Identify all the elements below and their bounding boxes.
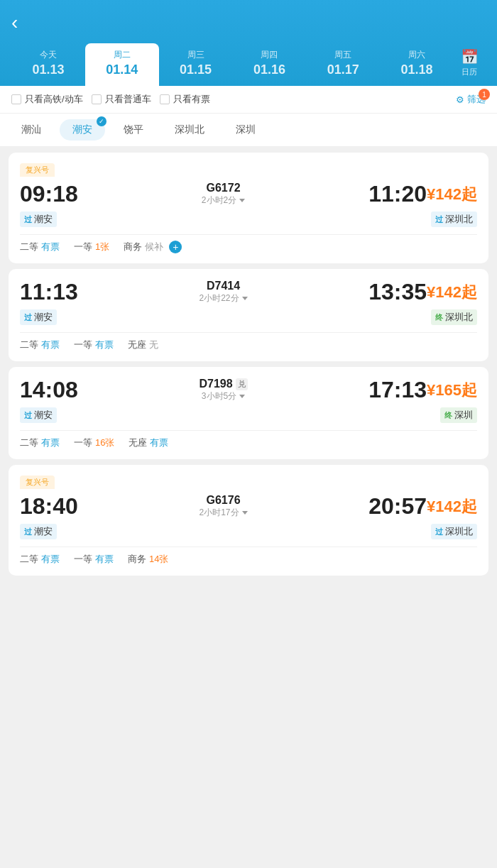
train-card-D7198[interactable]: 14:08 D7198 兑 3小时5分 17:13 ¥165起 过 潮安 终 深…: [9, 367, 488, 459]
filter-button[interactable]: ⚙筛选1: [456, 93, 486, 106]
arrive-time: 11:20: [368, 181, 427, 207]
fuxing-badge: 复兴号: [20, 476, 55, 489]
train-main-row: 14:08 D7198 兑 3小时5分 17:13 ¥165起: [20, 377, 477, 403]
train-list: 复兴号 09:18 G6172 2小时2分 11:20 ¥142起 过 潮安 过…: [0, 147, 497, 581]
train-number: D7414: [207, 280, 240, 292]
filter-item-2[interactable]: 只看有票: [160, 93, 210, 106]
arrive-time: 13:35: [368, 279, 427, 305]
train-middle: G6172 2小时2分: [85, 182, 361, 207]
train-card-G6172[interactable]: 复兴号 09:18 G6172 2小时2分 11:20 ¥142起 过 潮安 过…: [9, 153, 488, 263]
divider: [20, 234, 477, 235]
header: ‹ 今天01.13周二01.14周三01.15周四01.16周五01.17周六0…: [0, 0, 497, 86]
train-middle: D7414 2小时22分: [85, 280, 361, 304]
divider: [20, 546, 477, 547]
depart-station-tag: 过 潮安: [20, 407, 57, 423]
seat-item-1: 一等 1张: [74, 241, 109, 253]
seat-item-1: 一等 16张: [74, 436, 114, 449]
seat-item-0: 二等 有票: [20, 339, 60, 351]
seats-row: 二等 有票 一等 有票 无座 无: [20, 339, 477, 351]
filter-icon: ⚙: [456, 94, 464, 105]
depart-station-tag: 过 潮安: [20, 309, 57, 325]
arrive-station-tag: 终 深圳: [440, 407, 477, 423]
arrive-station-tag: 过 深圳北: [431, 524, 477, 539]
seats-row: 二等 有票 一等 16张 无座 有票: [20, 436, 477, 449]
add-button[interactable]: +: [169, 241, 182, 253]
train-card-G6176[interactable]: 复兴号 18:40 G6176 2小时17分 20:57 ¥142起 过 潮安 …: [9, 465, 488, 576]
seat-item-2: 商务 候补+: [124, 241, 182, 253]
train-number: G6172: [207, 182, 241, 194]
divider: [20, 332, 477, 333]
date-tab-01.17[interactable]: 周五01.17: [306, 43, 380, 86]
filter-badge: 1: [479, 89, 490, 100]
seat-item-1: 一等 有票: [74, 339, 114, 351]
seat-item-0: 二等 有票: [20, 553, 60, 566]
train-duration: 2小时17分: [200, 507, 248, 519]
depart-station-tag: 过 潮安: [20, 524, 57, 539]
depart-station-tag: 过 潮安: [20, 211, 57, 227]
train-main-row: 18:40 G6176 2小时17分 20:57 ¥142起: [20, 493, 477, 520]
station-tabs: 潮汕潮安饶平深圳北深圳: [0, 114, 497, 147]
price-tag: ¥142起: [427, 496, 477, 517]
date-tab-01.13[interactable]: 今天01.13: [11, 43, 85, 86]
calendar-tab[interactable]: 📅日历: [454, 43, 486, 86]
chevron-down-icon: [239, 199, 245, 202]
seat-item-2: 商务 14张: [128, 553, 168, 566]
price-tag: ¥165起: [427, 380, 477, 401]
station-row: 过 潮安 终 深圳北: [20, 309, 477, 325]
divider: [20, 430, 477, 431]
chevron-down-icon: [239, 395, 245, 398]
depart-time: 11:13: [20, 279, 78, 305]
seats-row: 二等 有票 一等 有票 商务 14张: [20, 553, 477, 566]
seats-row: 二等 有票 一等 1张 商务 候补+: [20, 241, 477, 253]
arrive-station-tag: 终 深圳北: [431, 309, 477, 325]
station-tab-潮汕[interactable]: 潮汕: [9, 119, 54, 141]
price-tag: ¥142起: [427, 282, 477, 303]
date-tab-01.15[interactable]: 周三01.15: [159, 43, 233, 86]
seat-item-0: 二等 有票: [20, 436, 60, 449]
station-row: 过 潮安 终 深圳: [20, 407, 477, 423]
arrive-time: 20:57: [368, 493, 427, 520]
exchange-icon: 兑: [236, 378, 248, 390]
chevron-down-icon: [242, 511, 248, 515]
checkbox-2[interactable]: [160, 94, 170, 104]
train-main-row: 09:18 G6172 2小时2分 11:20 ¥142起: [20, 181, 477, 207]
price-tag: ¥142起: [427, 184, 477, 205]
header-top: ‹: [11, 11, 486, 43]
checkbox-0[interactable]: [11, 94, 21, 104]
fuxing-badge: 复兴号: [20, 163, 55, 177]
seat-item-2: 无座 有票: [129, 436, 168, 449]
station-tab-深圳[interactable]: 深圳: [223, 119, 268, 141]
train-number: D7198 兑: [199, 378, 247, 390]
depart-time: 14:08: [20, 377, 78, 403]
calendar-icon: 📅: [461, 48, 479, 65]
train-duration: 2小时22分: [200, 292, 248, 304]
train-number: G6176: [207, 494, 241, 507]
chevron-down-icon: [242, 297, 248, 300]
seat-item-1: 一等 有票: [74, 553, 114, 566]
filter-item-0[interactable]: 只看高铁/动车: [11, 93, 83, 106]
train-main-row: 11:13 D7414 2小时22分 13:35 ¥142起: [20, 279, 477, 305]
train-middle: D7198 兑 3小时5分: [85, 378, 361, 402]
filter-bar: 只看高铁/动车只看普通车只看有票⚙筛选1: [0, 86, 497, 114]
station-tab-深圳北[interactable]: 深圳北: [162, 119, 217, 141]
station-tab-潮安[interactable]: 潮安: [60, 119, 105, 141]
checkbox-1[interactable]: [92, 94, 102, 104]
filter-item-1[interactable]: 只看普通车: [92, 93, 151, 106]
depart-time: 09:18: [20, 181, 78, 207]
arrive-station-tag: 过 深圳北: [431, 211, 477, 227]
date-tabs: 今天01.13周二01.14周三01.15周四01.16周五01.17周六01.…: [11, 43, 486, 86]
train-duration: 2小时2分: [202, 194, 245, 207]
date-tab-01.16[interactable]: 周四01.16: [232, 43, 306, 86]
train-middle: G6176 2小时17分: [85, 494, 361, 519]
back-button[interactable]: ‹: [11, 11, 18, 34]
station-tab-饶平[interactable]: 饶平: [111, 119, 156, 141]
date-tab-01.14[interactable]: 周二01.14: [85, 43, 159, 86]
seat-item-0: 二等 有票: [20, 241, 60, 253]
station-row: 过 潮安 过 深圳北: [20, 524, 477, 539]
date-tab-01.18[interactable]: 周六01.18: [380, 43, 454, 86]
depart-time: 18:40: [20, 493, 78, 520]
train-card-D7414[interactable]: 11:13 D7414 2小时22分 13:35 ¥142起 过 潮安 终 深圳…: [9, 269, 488, 361]
arrive-time: 17:13: [368, 377, 427, 403]
seat-item-2: 无座 无: [128, 339, 158, 351]
train-duration: 3小时5分: [202, 390, 245, 402]
